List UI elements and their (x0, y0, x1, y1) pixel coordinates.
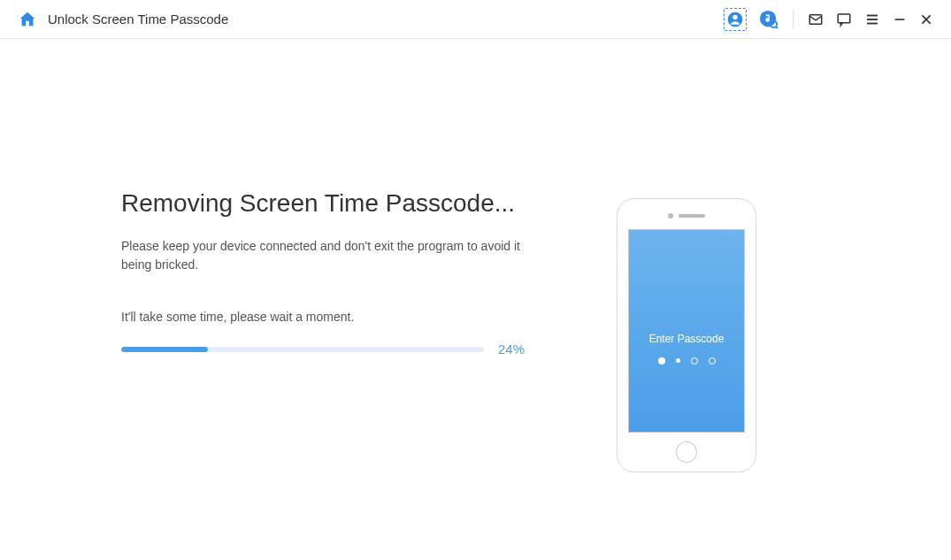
page-title: Unlock Screen Time Passcode (48, 12, 228, 27)
phone-body: Enter Passcode (617, 198, 756, 472)
account-icon[interactable] (724, 8, 747, 31)
phone-screen: Enter Passcode (628, 229, 745, 433)
left-column: Removing Screen Time Passcode... Please … (121, 189, 546, 472)
home-icon[interactable] (18, 10, 37, 29)
mail-icon[interactable] (808, 12, 824, 27)
close-icon[interactable] (919, 12, 933, 27)
header-left: Unlock Screen Time Passcode (18, 10, 228, 29)
feedback-icon[interactable] (836, 12, 852, 27)
minimize-icon[interactable] (893, 12, 907, 27)
phone-top (626, 208, 747, 224)
passcode-dot-empty (691, 357, 698, 364)
phone-speaker-icon (679, 214, 705, 218)
progress-fill (121, 347, 208, 352)
music-search-icon[interactable] (759, 10, 778, 29)
phone-illustration: Enter Passcode (617, 189, 756, 472)
warning-text: Please keep your device connected and do… (121, 237, 528, 274)
passcode-dot-small (676, 358, 680, 363)
passcode-dot-filled (658, 357, 665, 364)
svg-line-4 (776, 27, 778, 28)
svg-rect-6 (838, 14, 850, 23)
svg-point-1 (732, 14, 737, 19)
main-heading: Removing Screen Time Passcode... (121, 189, 546, 218)
header-bar: Unlock Screen Time Passcode (0, 0, 951, 39)
passcode-dots (658, 357, 716, 364)
phone-camera-icon (668, 213, 673, 219)
progress-row: 24% (121, 341, 546, 357)
menu-icon[interactable] (864, 12, 880, 27)
progress-percent: 24% (498, 341, 525, 357)
progress-bar (121, 347, 484, 352)
header-right (724, 8, 933, 31)
wait-text: It'll take some time, please wait a mome… (121, 310, 546, 324)
content-area: Removing Screen Time Passcode... Please … (0, 39, 951, 472)
phone-home-button-icon (676, 441, 697, 463)
phone-screen-text: Enter Passcode (649, 333, 725, 345)
passcode-dot-empty (709, 357, 716, 364)
divider (793, 10, 794, 29)
